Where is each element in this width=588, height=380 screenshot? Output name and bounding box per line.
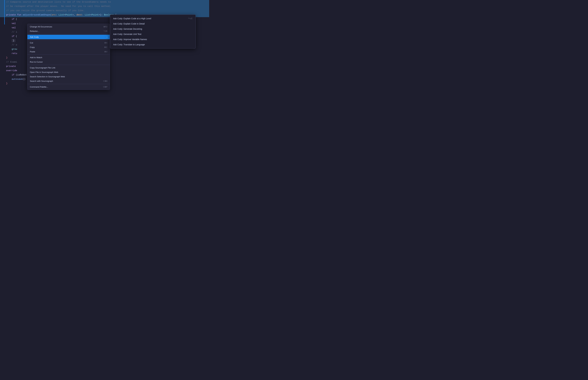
submenu-item-explain-detail[interactable]: Ask Cody: Explain Code in Detail [110,21,195,26]
menu-item-search-sg[interactable]: Search with Sourcegraph ⇧⌘8 [27,79,110,83]
menu-item-label: Cut [30,42,33,44]
submenu-item-shortcut: ^⌥C [188,18,192,19]
submenu-item-label: Ask Cody: Improve Variable Names [113,38,147,40]
menu-item-label: Refactor... [30,30,39,32]
menu-item-label: Paste [30,51,35,53]
submenu-item-label: Ask Cody: Explain Code at a High Level [113,17,151,20]
menu-item-label: Command Palette... [30,86,48,88]
menu-item-label: Ask Cody [30,36,39,38]
menu-item-paste[interactable]: Paste ⌘V [27,49,110,54]
menu-item-copy-sg-link[interactable]: Copy Sourcegraph File Link [27,66,110,70]
menu-item-label: Add to Watch [30,56,42,59]
submenu-item-label: Ask Cody: Explain Code in Detail [113,22,145,25]
menu-item-change-all[interactable]: Change All Occurrences ⌘F2 [27,24,110,29]
menu-item-add-watch[interactable]: Add to Watch [27,55,110,60]
menu-item-open-sg-web[interactable]: Open File in Sourcegraph Web [27,70,110,75]
menu-item-shortcut: ⌘X [104,42,107,44]
selection-indicator [4,0,5,24]
menu-separator [27,55,110,55]
submenu-item-label: Ask Cody: Translate to Language [113,43,145,46]
menu-item-label: Search with Sourcegraph [30,80,53,82]
menu-item-run-cursor[interactable]: Run to Cursor [27,60,110,64]
menu-item-label: Search Selection in Sourcegraph Web [30,76,65,78]
submenu-item-gen-docstring[interactable]: Ask Cody: Generate Docstring [110,26,195,32]
menu-item-shortcut: ⌘C [104,46,107,48]
menu-separator [27,84,110,84]
submenu-item-label: Ask Cody: Generate Unit Test [113,33,141,35]
submenu-item-improve-vars[interactable]: Ask Cody: Improve Variable Names [110,37,195,42]
submenu-item-translate-lang[interactable]: Ask Cody: Translate to Language [110,42,195,47]
menu-item-label: Change All Occurrences [30,26,52,28]
menu-separator [27,65,110,65]
submenu-item-label: Ask Cody: Generate Docstring [113,28,142,30]
menu-item-command-palette[interactable]: Command Palette... ⇧⌘P [27,85,110,89]
menu-item-label: Run to Cursor [30,61,43,63]
menu-item-refactor[interactable]: Refactor... ^⇧R [27,29,110,33]
menu-item-cut[interactable]: Cut ⌘X [27,40,110,45]
menu-item-label: Copy Sourcegraph File Link [30,67,56,69]
menu-separator [27,40,110,40]
menu-item-label: Open File in Sourcegraph Web [30,71,58,73]
menu-item-ask-cody[interactable]: Ask Cody › [27,35,110,39]
menu-item-shortcut: ^⇧R [104,30,107,32]
code-line: // be reshaped after the player moves. N… [0,4,209,9]
submenu-item-gen-unit-test[interactable]: Ask Cody: Generate Unit Test [110,32,195,37]
menu-item-search-sg-web[interactable]: Search Selection in Sourcegraph Web [27,75,110,79]
menu-item-shortcut: ⌘F2 [103,26,107,28]
menu-item-shortcut: ⇧⌘P [103,86,107,88]
submenu-item-explain-high[interactable]: Ask Cody: Explain Code at a High Level ^… [110,16,195,21]
menu-item-shortcut: ⇧⌘8 [103,80,107,82]
menu-item-label: Copy [30,46,35,48]
menu-item-copy[interactable]: Copy ⌘C [27,45,110,49]
menu-item-shortcut: ⌘V [104,51,107,53]
code-line: // you can resize the ground camera manu… [0,9,209,13]
code-line: // Compares source and destination lists… [0,0,209,4]
submenu-arrow-icon: › [107,36,107,38]
context-menu: Change All Occurrences ⌘F2 Refactor... ^… [27,24,110,90]
ask-cody-submenu: Ask Cody: Explain Code at a High Level ^… [110,15,196,49]
